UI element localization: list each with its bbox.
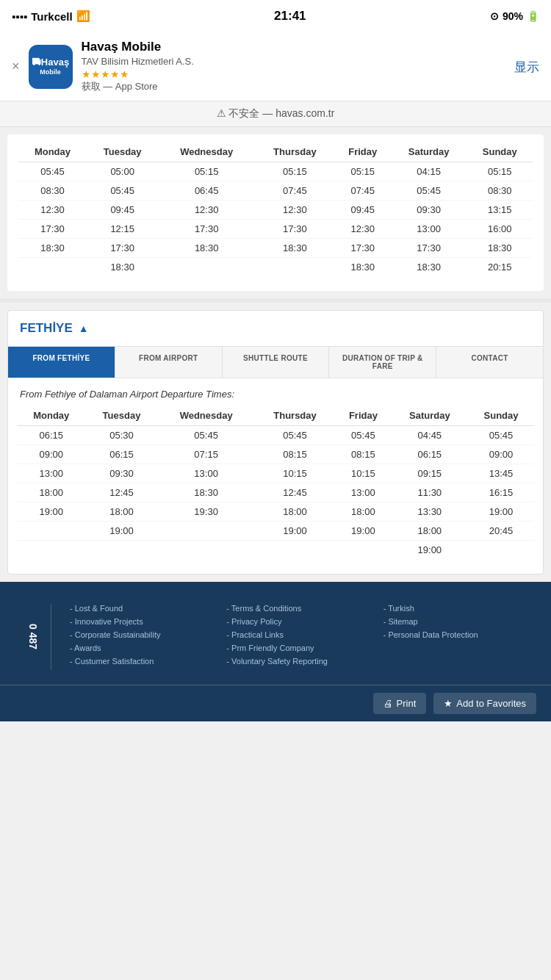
close-button[interactable]: × (12, 59, 20, 74)
table-cell: 09:15 (392, 464, 469, 483)
column-header: Thursday (255, 406, 335, 426)
table-cell: 16:00 (467, 220, 533, 239)
column-header: Friday (335, 406, 391, 426)
fethiye-tab-3[interactable]: DURATION of TRIP & FARE (329, 347, 436, 378)
table-cell: 12:30 (335, 220, 391, 239)
table-cell: 05:30 (85, 426, 157, 445)
fethiye-tab-4[interactable]: CONTACT (436, 347, 543, 378)
favorites-button[interactable]: ★ Add to Favorites (433, 693, 536, 714)
footer-link[interactable]: - Privacy Policy (226, 617, 375, 626)
table-cell: 17:30 (255, 220, 335, 239)
url-bar[interactable]: ⚠ 不安全 — havas.com.tr (0, 101, 551, 127)
table-cell (335, 541, 391, 560)
footer-col-3: - Turkish- Sitemap- Personal Data Protec… (380, 604, 536, 670)
status-right: ⊙ 90% 🔋 (490, 10, 539, 22)
app-name: Havaş Mobile (82, 40, 539, 54)
table-cell: 17:30 (335, 239, 391, 258)
fethiye-tab-2[interactable]: SHUTTLE ROUTE (223, 347, 330, 378)
fethiye-expand-icon[interactable]: ▲ (79, 323, 89, 334)
table-cell: 18:00 (17, 483, 85, 502)
fethiye-tab-0[interactable]: FROM FETHİYE (8, 347, 115, 378)
fethiye-table-header-row: MondayTuesdayWednesdayThursdayFridaySatu… (17, 406, 534, 426)
footer-link[interactable]: - Corporate Sustainability (70, 630, 219, 639)
table-cell: 04:15 (391, 162, 467, 181)
table-cell: 05:45 (157, 426, 254, 445)
table-cell: 18:30 (158, 239, 255, 258)
carrier-label: Turkcell (31, 10, 72, 23)
footer-link[interactable]: - Prm Friendly Company (226, 644, 375, 652)
bottom-bar: 🖨 Print ★ Add to Favorites (0, 685, 551, 721)
column-header: Thursday (255, 142, 335, 162)
app-info: Havaş Mobile TAV Bilisim Hizmetleri A.S.… (82, 40, 539, 93)
table-cell: 18:30 (87, 258, 158, 277)
table-cell: 06:15 (392, 445, 469, 464)
table-cell: 08:30 (18, 181, 87, 201)
table-cell: 17:30 (158, 220, 255, 239)
table-row: 12:3009:4512:3012:3009:4509:3013:15 (18, 201, 533, 220)
table-cell: 12:30 (158, 201, 255, 220)
battery-icon: 🔋 (527, 10, 539, 22)
table-cell (255, 258, 335, 277)
show-button[interactable]: 显示 (514, 58, 539, 75)
fethiye-section: FETHİYE ▲ FROM FETHİYEFROM AIRPORTSHUTTL… (7, 310, 544, 574)
app-stars: ★★★★★ (82, 68, 539, 80)
main-content: MondayTuesdayWednesdayThursdayFridaySatu… (0, 134, 551, 721)
table-cell: 06:15 (85, 445, 157, 464)
table-cell: 13:15 (467, 201, 533, 220)
table-cell: 13:00 (157, 464, 254, 483)
table-row: 19:00 (17, 541, 534, 560)
top-schedule-table-wrap: MondayTuesdayWednesdayThursdayFridaySatu… (7, 134, 544, 291)
footer-phone-number: 0 487 (27, 624, 39, 649)
table-cell: 05:45 (391, 181, 467, 201)
table-cell: 12:15 (87, 220, 158, 239)
table-cell: 05:15 (467, 162, 533, 181)
footer-link[interactable]: - Practical Links (226, 630, 375, 639)
table-cell: 05:15 (335, 162, 391, 181)
table-cell: 06:15 (17, 426, 85, 445)
table-cell: 09:00 (468, 445, 534, 464)
table-cell: 17:30 (18, 220, 87, 239)
table-cell: 05:45 (87, 181, 158, 201)
star-icon: ★ (444, 698, 453, 709)
footer-link[interactable]: - Innovative Projects (70, 617, 219, 626)
column-header: Monday (17, 406, 85, 426)
table-cell (158, 258, 255, 277)
table-cell: 07:15 (157, 445, 254, 464)
footer-link[interactable]: - Custumer Satisfaction (70, 657, 219, 666)
table-cell: 18:30 (255, 239, 335, 258)
footer-columns: - Lost & Found- Innovative Projects- Cor… (66, 604, 536, 670)
print-icon: 🖨 (383, 698, 393, 709)
table-cell: 05:45 (468, 426, 534, 445)
table-cell: 05:15 (255, 162, 335, 181)
table-cell: 18:30 (18, 239, 87, 258)
table-cell: 18:30 (391, 258, 467, 277)
footer-link[interactable]: - Awards (70, 644, 219, 652)
footer-link[interactable]: - Terms & Conditions (226, 604, 375, 613)
table-cell: 09:30 (391, 201, 467, 220)
table-cell: 05:45 (18, 162, 87, 181)
table-cell: 19:00 (255, 522, 335, 541)
table-cell: 13:00 (335, 483, 391, 502)
table-row: 08:3005:4506:4507:4507:4505:4508:30 (18, 181, 533, 201)
table-cell: 05:45 (255, 426, 335, 445)
print-button[interactable]: 🖨 Print (373, 693, 427, 714)
table-cell: 08:15 (255, 445, 335, 464)
table-cell (17, 541, 85, 560)
table-row: 06:1505:3005:4505:4505:4504:4505:45 (17, 426, 534, 445)
footer-link[interactable]: - Voluntary Safety Reporting (226, 657, 375, 666)
footer-col-2: - Terms & Conditions- Privacy Policy- Pr… (223, 604, 379, 670)
footer-link[interactable]: - Turkish (383, 604, 533, 613)
table-cell: 09:30 (85, 464, 157, 483)
table-row: 13:0009:3013:0010:1510:1509:1513:45 (17, 464, 534, 483)
table-cell: 05:00 (87, 162, 158, 181)
table-row: 17:3012:1517:3017:3012:3013:0016:00 (18, 220, 533, 239)
table-cell (468, 541, 534, 560)
fethiye-tab-1[interactable]: FROM AIRPORT (115, 347, 223, 378)
table-cell: 19:00 (392, 541, 469, 560)
table-cell: 19:00 (85, 522, 157, 541)
table-cell: 09:45 (335, 201, 391, 220)
footer-link[interactable]: - Personal Data Protection (383, 630, 533, 639)
footer-link[interactable]: - Sitemap (383, 617, 533, 626)
fethiye-header: FETHİYE ▲ (8, 311, 543, 347)
footer-link[interactable]: - Lost & Found (70, 604, 219, 613)
